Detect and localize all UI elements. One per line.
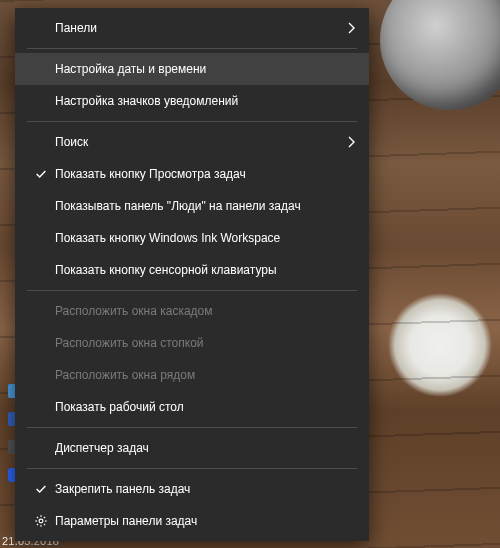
menu-item-label: Расположить окна каскадом: [55, 304, 339, 318]
menu-item-label: Показать рабочий стол: [55, 400, 339, 414]
menu-item[interactable]: Показать кнопку Просмотра задач: [15, 158, 369, 190]
menu-item-label: Настройка значков уведомлений: [55, 94, 339, 108]
menu-item: Расположить окна стопкой: [15, 327, 369, 359]
menu-item-label: Показывать панель "Люди" на панели задач: [55, 199, 339, 213]
svg-line-7: [44, 517, 45, 518]
menu-item[interactable]: Показать кнопку Windows Ink Workspace: [15, 222, 369, 254]
chevron-right-icon: [339, 22, 355, 34]
menu-separator: [27, 121, 357, 122]
menu-item-label: Диспетчер задач: [55, 441, 339, 455]
menu-separator: [27, 468, 357, 469]
menu-item-label: Поиск: [55, 135, 339, 149]
menu-item[interactable]: Закрепить панель задач: [15, 473, 369, 505]
svg-line-6: [44, 524, 45, 525]
menu-item-label: Закрепить панель задач: [55, 482, 339, 496]
menu-item: Расположить окна каскадом: [15, 295, 369, 327]
menu-separator: [27, 48, 357, 49]
menu-separator: [27, 427, 357, 428]
menu-item: Расположить окна рядом: [15, 359, 369, 391]
menu-item[interactable]: Панели: [15, 12, 369, 44]
menu-item-label: Расположить окна стопкой: [55, 336, 339, 350]
menu-item-label: Показать кнопку Windows Ink Workspace: [55, 231, 339, 245]
taskbar-context-menu: ПанелиНастройка даты и времениНастройка …: [15, 8, 369, 541]
chevron-right-icon: [339, 136, 355, 148]
menu-item-label: Показать кнопку сенсорной клавиатуры: [55, 263, 339, 277]
menu-item[interactable]: Параметры панели задач: [15, 505, 369, 537]
menu-item-label: Расположить окна рядом: [55, 368, 339, 382]
menu-item-label: Настройка даты и времени: [55, 62, 339, 76]
svg-line-5: [37, 517, 38, 518]
menu-item[interactable]: Настройка даты и времени: [15, 53, 369, 85]
menu-item[interactable]: Поиск: [15, 126, 369, 158]
gear-icon: [27, 514, 55, 528]
menu-item-label: Панели: [55, 21, 339, 35]
menu-item[interactable]: Диспетчер задач: [15, 432, 369, 464]
svg-point-0: [39, 519, 43, 523]
menu-item[interactable]: Показать рабочий стол: [15, 391, 369, 423]
menu-item-label: Показать кнопку Просмотра задач: [55, 167, 339, 181]
svg-line-8: [37, 524, 38, 525]
menu-separator: [27, 290, 357, 291]
check-icon: [27, 167, 55, 181]
menu-item-label: Параметры панели задач: [55, 514, 339, 528]
menu-item[interactable]: Показывать панель "Люди" на панели задач: [15, 190, 369, 222]
menu-item[interactable]: Настройка значков уведомлений: [15, 85, 369, 117]
menu-item[interactable]: Показать кнопку сенсорной клавиатуры: [15, 254, 369, 286]
check-icon: [27, 482, 55, 496]
